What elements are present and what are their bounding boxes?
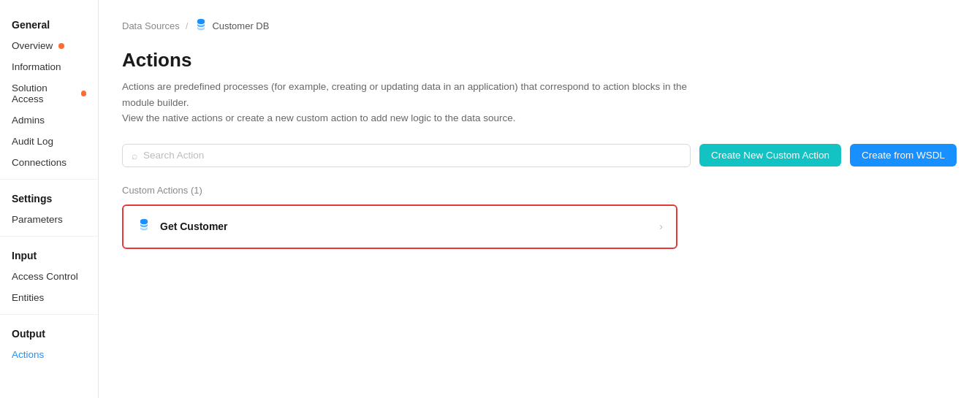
create-custom-action-button[interactable]: Create New Custom Action <box>699 144 841 167</box>
breadcrumb-separator: / <box>186 20 189 31</box>
sidebar-section-settings: Settings <box>0 185 98 209</box>
customer-db-icon <box>194 18 208 34</box>
sidebar-item-admins[interactable]: Admins <box>0 110 98 131</box>
sidebar-divider-1 <box>0 179 98 180</box>
breadcrumb: Data Sources / Customer DB <box>122 18 957 34</box>
page-description-line2: View the native actions or create a new … <box>122 112 516 123</box>
sidebar-divider-3 <box>0 314 98 315</box>
toolbar: ⌕ Create New Custom Action Create from W… <box>122 144 957 167</box>
sidebar-item-label: Information <box>12 61 61 72</box>
main-content: Data Sources / Customer DB Actions Actio… <box>99 0 980 398</box>
search-input[interactable] <box>143 150 681 161</box>
page-title: Actions <box>122 49 957 72</box>
custom-actions-label: Custom Actions (1) <box>122 185 957 196</box>
chevron-right-icon: › <box>659 221 663 232</box>
sidebar-item-solution-access[interactable]: Solution Access <box>0 77 98 110</box>
sidebar-item-overview[interactable]: Overview <box>0 35 98 56</box>
sidebar-item-actions[interactable]: Actions <box>0 344 98 365</box>
page-description-line1: Actions are predefined processes (for ex… <box>122 81 687 108</box>
sidebar-item-information[interactable]: Information <box>0 56 98 77</box>
sidebar-item-label: Overview <box>12 40 53 51</box>
sidebar-item-label: Audit Log <box>12 136 53 147</box>
sidebar-item-label: Solution Access <box>12 83 75 104</box>
breadcrumb-current: Customer DB <box>194 18 269 34</box>
search-box: ⌕ <box>122 144 691 167</box>
sidebar: General Overview Information Solution Ac… <box>0 0 99 398</box>
sidebar-item-label: Admins <box>12 115 45 126</box>
action-item-left: Get Customer <box>137 218 228 236</box>
action-item-get-customer[interactable]: Get Customer › <box>122 204 677 249</box>
sidebar-item-label: Entities <box>12 292 44 303</box>
sidebar-item-connections[interactable]: Connections <box>0 152 98 173</box>
sidebar-item-label: Actions <box>12 349 44 360</box>
get-customer-icon <box>137 218 151 236</box>
sidebar-item-label: Connections <box>12 157 67 168</box>
sidebar-divider-2 <box>0 236 98 237</box>
breadcrumb-data-sources[interactable]: Data Sources <box>122 20 180 31</box>
action-item-name: Get Customer <box>160 221 228 232</box>
breadcrumb-current-text: Customer DB <box>212 20 269 31</box>
solution-access-badge <box>81 91 86 96</box>
search-icon: ⌕ <box>132 150 137 161</box>
sidebar-section-output: Output <box>0 321 98 344</box>
page-description: Actions are predefined processes (for ex… <box>122 79 692 126</box>
overview-badge <box>58 43 64 49</box>
sidebar-section-general: General <box>0 12 98 35</box>
create-from-wsdl-button[interactable]: Create from WSDL <box>850 144 957 167</box>
sidebar-item-label: Parameters <box>12 214 63 225</box>
sidebar-item-parameters[interactable]: Parameters <box>0 209 98 230</box>
sidebar-item-label: Access Control <box>12 271 78 282</box>
sidebar-section-input: Input <box>0 242 98 266</box>
sidebar-item-entities[interactable]: Entities <box>0 287 98 308</box>
sidebar-item-access-control[interactable]: Access Control <box>0 266 98 287</box>
sidebar-item-audit-log[interactable]: Audit Log <box>0 131 98 152</box>
